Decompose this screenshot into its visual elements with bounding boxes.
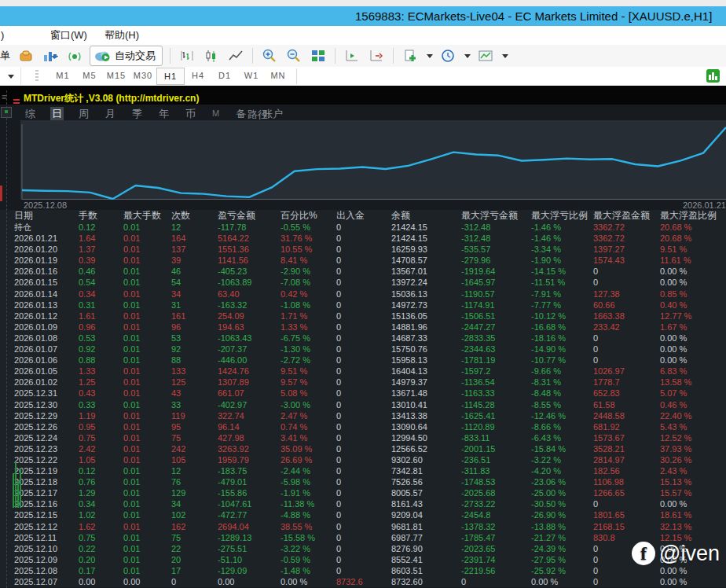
new-order-button[interactable]: 单 (0, 49, 11, 63)
table-cell: 8732.60 (391, 576, 461, 587)
menu-window[interactable]: 窗口(W) (50, 26, 87, 45)
table-row[interactable]: 2025.12.310.430.0143661.075.08 %013671.4… (0, 388, 726, 399)
zoom-in-icon[interactable] (260, 46, 279, 65)
table-row[interactable]: 2025.12.300.330.0133-402.97-3.00 %013010… (0, 399, 726, 410)
autotrade-button[interactable]: 自动交易 (90, 46, 163, 66)
timeframe-m5[interactable]: M5 (76, 68, 103, 83)
table-row[interactable]: 2026.01.130.310.0131-163.32-1.08 %014972… (0, 300, 726, 311)
table-row[interactable]: 2025.12.221.050.011051959.7926.69 %09302… (0, 454, 726, 465)
panel-tab-年[interactable]: 年 (157, 107, 170, 120)
table-row[interactable]: 2025.12.190.120.0112-183.75-2.44 %07342.… (0, 465, 726, 476)
table-row[interactable]: 2026.01.060.880.0188-446.00-2.72 %015958… (0, 355, 726, 366)
panel-chart-icon[interactable] (1, 107, 12, 118)
table-row[interactable]: 2025.12.151.020.01102-472.77-4.88 %09209… (0, 509, 726, 520)
market-icon[interactable] (16, 46, 35, 65)
table-row[interactable]: 2025.12.160.340.0134-1047.61-11.38 %0816… (0, 498, 726, 509)
panel-tab-季[interactable]: 季 (130, 107, 144, 120)
periods-dropdown-icon[interactable] (464, 54, 471, 58)
table-row[interactable]: 2026.01.051.330.011331424.769.51 %016404… (0, 366, 726, 377)
table-cell: 0.75 (79, 532, 123, 543)
table-cell: 0 (593, 266, 660, 277)
chart-shift-icon[interactable] (343, 46, 361, 65)
table-row[interactable]: 2025.12.070.000.0000.000.00 %8732.68732.… (0, 576, 726, 587)
column-header: 出入金 (336, 210, 391, 222)
zoom-out-icon[interactable] (284, 46, 303, 65)
template-dropdown-icon[interactable] (427, 54, 433, 58)
signal-icon[interactable] (65, 46, 84, 65)
timeframe-h1[interactable]: H1 (156, 68, 185, 85)
table-cell: 0.01 (123, 554, 171, 565)
toolbar-grip[interactable] (35, 70, 38, 83)
table-row[interactable]: 2025.12.232.420.012423263.9235.09 %01256… (0, 443, 726, 454)
panel-tab-M[interactable]: M (211, 107, 221, 120)
table-row[interactable]: 2025.12.291.190.01119322.742.47 %013413.… (0, 410, 726, 421)
table-cell: 0 (336, 377, 391, 388)
candlestick-icon[interactable] (202, 46, 221, 65)
table-row[interactable]: 2025.12.240.750.0175427.983.41 %012994.5… (0, 432, 726, 443)
table-row[interactable]: 2025.12.171.290.01129-155.86-1.91 %08005… (0, 487, 726, 498)
timeframe-dropdown-icon[interactable] (0, 68, 21, 85)
bar-chart-icon[interactable] (178, 46, 196, 65)
table-row[interactable]: 持仓0.120.0112-117.78-0.55 %021424.15-312.… (0, 222, 726, 233)
panel-tab-综[interactable]: 综 (24, 107, 37, 120)
table-row[interactable]: 2025.12.100.220.0122-275.51-3.22 %08276.… (0, 543, 726, 554)
timeframe-m15[interactable]: M15 (103, 68, 130, 83)
timeframe-w1[interactable]: W1 (238, 68, 265, 83)
table-cell: 8732.6 (336, 576, 391, 587)
table-row[interactable]: 2026.01.211.640.011645164.2231.76 %02142… (0, 233, 726, 244)
table-cell: 1397.27 (593, 244, 660, 255)
table-row[interactable]: 2026.01.121.610.01161254.091.71 %015136.… (0, 311, 726, 322)
timeframe-mn[interactable]: MN (265, 68, 292, 83)
table-cell: 2026.01.08 (14, 333, 79, 344)
indicators-dropdown-icon[interactable] (502, 54, 508, 58)
table-cell: -14.15 % (531, 266, 593, 277)
table-cell: 2025.12.22 (14, 454, 79, 465)
panel-tab-周[interactable]: 周 (77, 107, 90, 120)
table-row[interactable]: 2026.01.201.370.011371551.3610.55 %01625… (0, 244, 726, 255)
table-row[interactable]: 2025.12.121.620.011622694.0438.55 %09681… (0, 521, 726, 532)
panel-list-icon[interactable]: ≡ (2, 92, 6, 101)
timeframe-m30[interactable]: M30 (130, 68, 156, 83)
table-row[interactable]: 2026.01.021.250.011251307.899.57 %014979… (0, 377, 726, 388)
table-cell: 0 (593, 344, 660, 355)
periods-icon[interactable] (438, 46, 457, 65)
table-cell: 2026.01.16 (14, 266, 79, 277)
timeframe-h4[interactable]: H4 (185, 68, 211, 83)
panel-tab-币[interactable]: 币 (184, 107, 197, 120)
table-row[interactable]: 2026.01.150.540.0154-1063.89-7.08 %01397… (0, 277, 726, 288)
table-row[interactable]: 2025.12.090.200.0120-51.10-0.59 %08552.4… (0, 554, 726, 565)
timeframe-d1[interactable]: D1 (211, 68, 238, 83)
panel-tab-备[interactable]: 备 (234, 107, 248, 120)
chart-upload-icon[interactable] (41, 46, 60, 65)
indicators-icon[interactable] (476, 46, 495, 65)
table-row[interactable]: 2025.12.260.950.019596.140.74 %013090.64… (0, 421, 726, 432)
table-cell: 0 (336, 498, 391, 509)
table-row[interactable]: 2026.01.190.390.01391141.568.41 %014708.… (0, 255, 726, 266)
new-template-icon[interactable] (401, 46, 420, 65)
table-row[interactable]: 2026.01.070.920.0192-207.37-1.30 %015750… (0, 344, 726, 355)
table-row[interactable]: 2026.01.140.340.013463.400.42 %015036.13… (0, 288, 726, 300)
line-chart-icon[interactable] (226, 46, 245, 65)
table-row[interactable]: 2025.12.080.170.0117-129.09-1.48 %08603.… (0, 565, 726, 576)
tile-windows-icon[interactable] (309, 46, 328, 65)
panel-tab-月[interactable]: 月 (104, 107, 117, 120)
menu-help[interactable]: 帮助(H) (104, 26, 139, 45)
window-titlebar[interactable]: 1569883: ECMarkets-Live04 - EC Markets L… (0, 6, 726, 26)
timeframe-m1[interactable]: M1 (50, 68, 76, 83)
panel-tab-日[interactable]: 日 (50, 107, 64, 120)
table-cell: 6987.77 (391, 532, 461, 543)
table-cell: 76 (171, 476, 218, 487)
table-cell: -7.08 % (280, 277, 336, 288)
table-row[interactable]: 2025.12.110.750.0175-1289.13-15.58 %0698… (0, 532, 726, 543)
table-cell: -833.11 (461, 432, 531, 443)
table-row[interactable]: 2026.01.090.960.0196194.631.33 %014881.9… (0, 322, 726, 333)
table-cell: 2025.12.29 (14, 410, 79, 421)
table-row[interactable]: 2026.01.080.530.0153-1063.43-6.75 %01468… (0, 333, 726, 344)
table-row[interactable]: 2026.01.160.460.0146-405.23-2.90 %013567… (0, 266, 726, 277)
table-row[interactable]: 2025.12.180.760.0176-479.01-5.98 %07526.… (0, 476, 726, 487)
table-cell: 0.31 (79, 300, 123, 311)
table-cell: 0.01 (123, 476, 171, 487)
table-cell: 2026.01.06 (14, 355, 79, 366)
new-chart-grid-icon[interactable] (706, 69, 720, 83)
auto-scroll-icon[interactable] (367, 46, 386, 65)
